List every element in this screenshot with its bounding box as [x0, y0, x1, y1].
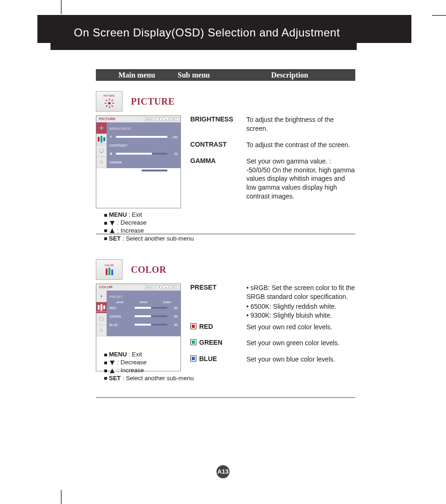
page-number: A13: [0, 465, 446, 478]
row-green: GREEN Set your own green color levels.: [190, 339, 355, 348]
blue-swatch-icon: [190, 355, 196, 362]
side-setup-icon: [96, 145, 107, 157]
picture-title: PICTURE: [131, 96, 175, 107]
up-arrow-icon: [110, 369, 115, 373]
picture-icon: PICTURE: [96, 91, 122, 112]
svg-point-0: [108, 102, 111, 105]
divider: [96, 397, 355, 398]
section-picture: PICTURE PICTURE PICTURE MENU ▼ ▲ SET: [96, 91, 355, 243]
row-gamma: GAMMA Set your own gamma value. : -50/0/…: [190, 157, 355, 201]
color-title: COLOR: [131, 264, 166, 275]
red-swatch-icon: [190, 323, 196, 329]
svg-line-5: [106, 100, 107, 101]
color-items: PRESET • sRGB: Set the screen color to f…: [190, 284, 355, 371]
svg-rect-15: [101, 152, 102, 153]
row-brightness: BRIGHTNESS To adjust the brightness of t…: [190, 115, 355, 133]
green-swatch-icon: [190, 339, 196, 345]
page-title: On Screen Display(OSD) Selection and Adj…: [74, 26, 340, 39]
down-arrow-icon: [110, 221, 115, 226]
svg-point-16: [101, 161, 103, 163]
svg-line-7: [106, 106, 107, 107]
color-bars-icon: [106, 268, 113, 275]
section-color: COLOR COLOR COLOR MENU ▼ ▲ SET: [96, 259, 355, 383]
side-other-icon: [96, 157, 107, 169]
side-other-icon: [96, 325, 107, 337]
row-preset: PRESET • sRGB: Set the screen color to f…: [190, 284, 355, 320]
side-color-icon: [96, 302, 107, 314]
svg-point-9: [101, 127, 102, 128]
side-picture-icon: [96, 291, 107, 302]
divider: [96, 234, 355, 234]
svg-point-19: [101, 329, 103, 332]
svg-line-6: [111, 106, 113, 107]
svg-rect-14: [100, 149, 104, 152]
svg-point-17: [101, 295, 102, 297]
brightness-icon: [104, 98, 115, 108]
up-arrow-icon: [110, 228, 115, 233]
col-main-menu: Main menu: [96, 71, 178, 79]
title-box: On Screen Display(OSD) Selection and Adj…: [50, 15, 357, 50]
down-arrow-icon: [110, 361, 115, 365]
crop-mark: [61, 0, 62, 14]
column-headers: Main menu Sub menu Description: [96, 69, 355, 81]
side-picture-icon: [96, 122, 107, 134]
side-color-icon: [96, 134, 107, 146]
col-description: Description: [257, 71, 355, 79]
picture-items: BRIGHTNESS To adjust the brightness of t…: [190, 115, 355, 208]
color-icon: COLOR: [96, 259, 122, 280]
row-contrast: CONTRAST To adjust the contrast of the s…: [190, 141, 355, 149]
svg-line-8: [111, 100, 113, 101]
side-setup-icon: [96, 313, 107, 325]
picture-notes: MENU : Exit : Decrease : Increase SET : …: [104, 211, 355, 243]
row-blue: BLUE Set your own blue color levels.: [190, 355, 355, 364]
col-sub-menu: Sub menu: [178, 71, 257, 79]
crop-mark: [432, 15, 446, 16]
picture-osd-screenshot: PICTURE MENU ▼ ▲ SET: [96, 115, 181, 208]
crop-mark: [61, 490, 62, 504]
row-red: RED Set your own red color levels.: [190, 323, 355, 332]
svg-rect-18: [100, 317, 104, 320]
manual-page: On Screen Display(OSD) Selection and Adj…: [0, 0, 446, 504]
